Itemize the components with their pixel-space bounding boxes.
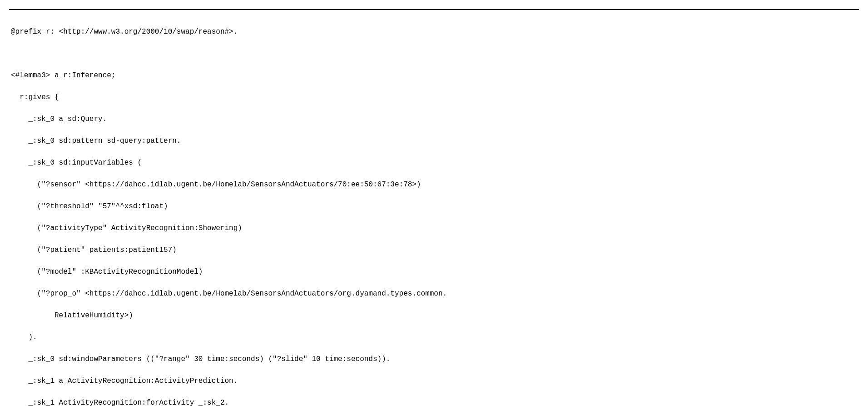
code-line: RelativeHumidity>)	[55, 310, 857, 321]
code-line: ("?model" :KBActivityRecognitionModel)	[37, 266, 857, 277]
code-line: ("?threshold" "57"^^xsd:float)	[37, 201, 857, 212]
code-line: _:sk_1 a ActivityRecognition:ActivityPre…	[28, 376, 857, 386]
code-line: ("?patient" patients:patient157)	[37, 245, 857, 256]
code-line: <#lemma3> a r:Inference;	[11, 70, 857, 81]
code-line: ).	[28, 332, 857, 343]
code-line: r:gives {	[20, 92, 857, 103]
code-listing: @prefix r: <http://www.w3.org/2000/10/sw…	[9, 9, 859, 406]
code-line: _:sk_1 ActivityRecognition:forActivity _…	[28, 397, 857, 406]
code-line: @prefix r: <http://www.w3.org/2000/10/sw…	[11, 26, 857, 37]
code-line: ("?prop_o" <https://dahcc.idlab.ugent.be…	[37, 288, 857, 299]
blank-line	[11, 48, 857, 59]
code-line: _:sk_0 a sd:Query.	[28, 114, 857, 125]
code-line: _:sk_0 sd:pattern sd-query:pattern.	[28, 135, 857, 146]
code-line: ("?activityType" ActivityRecognition:Sho…	[37, 223, 857, 234]
code-line: ("?sensor" <https://dahcc.idlab.ugent.be…	[37, 179, 857, 190]
code-line: _:sk_0 sd:windowParameters (("?range" 30…	[28, 354, 857, 365]
code-line: _:sk_0 sd:inputVariables (	[28, 157, 857, 168]
